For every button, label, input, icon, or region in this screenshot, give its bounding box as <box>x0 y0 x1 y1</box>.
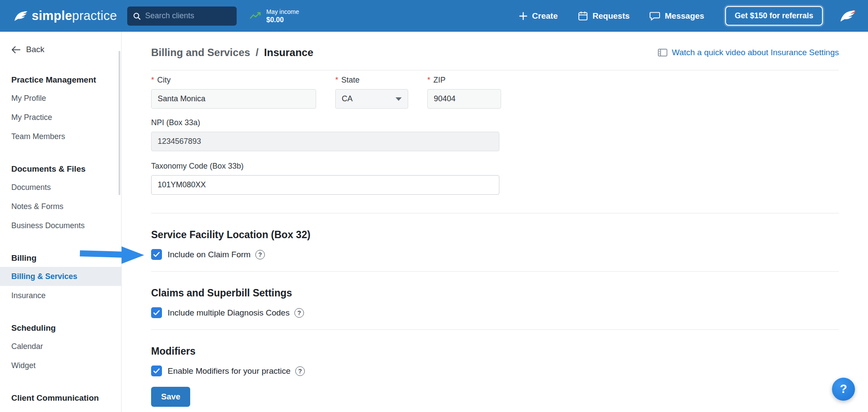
brand-name: simplepractice <box>32 9 117 23</box>
brand-simple: simple <box>32 9 72 23</box>
npi-input[interactable] <box>151 132 499 151</box>
search-input[interactable] <box>145 11 231 20</box>
bird-logo-icon <box>13 10 28 23</box>
sidebar-title-scheduling: Scheduling <box>0 319 121 337</box>
breadcrumb-parent[interactable]: Billing and Services <box>151 47 250 58</box>
state-label-text: State <box>341 76 360 85</box>
sidebar-item-widget[interactable]: Widget <box>0 356 121 375</box>
help-button[interactable]: ? <box>832 378 855 401</box>
breadcrumb: Billing and Services / Insurance <box>151 46 314 59</box>
messages-button[interactable]: Messages <box>650 11 704 21</box>
npi-label: NPI (Box 33a) <box>151 118 839 127</box>
question-mark-icon: ? <box>840 382 847 396</box>
brand-practice: practice <box>72 9 117 23</box>
breadcrumb-current: Insurance <box>264 47 313 58</box>
requests-button[interactable]: Requests <box>578 11 630 21</box>
insurance-settings-main: Billing and Services / Insurance Watch a… <box>122 32 868 412</box>
sidebar-item-notes-forms[interactable]: Notes & Forms <box>0 197 121 216</box>
referral-button[interactable]: Get $150 for referrals <box>725 6 823 26</box>
divider <box>151 70 839 70</box>
tooltip-question-icon[interactable]: ? <box>294 308 304 318</box>
required-asterisk: * <box>151 76 154 85</box>
sidebar-item-insurance[interactable]: Insurance <box>0 286 121 305</box>
tooltip-question-icon[interactable]: ? <box>255 250 265 259</box>
income-value: $0.00 <box>266 16 299 24</box>
sidebar-item-my-practice[interactable]: My Practice <box>0 108 121 127</box>
city-field: * City <box>151 76 316 109</box>
divider <box>151 329 839 330</box>
search-icon <box>133 12 141 20</box>
section-documents-files: Documents & Files Documents Notes & Form… <box>0 160 121 235</box>
city-label-text: City <box>157 76 171 85</box>
modifiers-heading: Modifiers <box>151 346 839 357</box>
section-client-communication: Client Communication <box>0 389 121 407</box>
multiple-diagnosis-checkbox[interactable] <box>151 307 162 318</box>
state-label: * State <box>335 76 408 85</box>
sidebar-item-documents[interactable]: Documents <box>0 178 121 197</box>
client-search-box[interactable] <box>127 7 237 26</box>
tooltip-question-icon[interactable]: ? <box>295 366 305 376</box>
state-select[interactable]: CA <box>335 89 408 109</box>
checkmark-icon <box>153 252 160 257</box>
referral-bird-icon[interactable] <box>838 9 856 23</box>
sidebar-title-client-communication: Client Communication <box>0 389 121 407</box>
sidebar-item-billing-services[interactable]: Billing & Services <box>0 267 121 286</box>
section-practice-management: Practice Management My Profile My Practi… <box>0 71 121 146</box>
top-nav-actions: Create Requests Messages Get $150 for re… <box>499 6 856 26</box>
income-label: May income <box>266 8 299 15</box>
sidebar-item-my-profile[interactable]: My Profile <box>0 89 121 108</box>
page-header-row: Billing and Services / Insurance Watch a… <box>151 46 839 59</box>
include-on-claim-form-checkbox[interactable] <box>151 249 162 260</box>
city-input[interactable] <box>151 89 316 109</box>
taxonomy-input[interactable] <box>151 175 499 195</box>
state-field: * State CA <box>335 76 408 109</box>
sidebar-item-calendar[interactable]: Calendar <box>0 337 121 356</box>
back-arrow-icon <box>11 46 20 53</box>
zip-label-text: ZIP <box>433 76 446 85</box>
monthly-income-widget[interactable]: May income $0.00 <box>250 8 299 24</box>
back-label: Back <box>26 45 44 54</box>
zip-label: * ZIP <box>427 76 501 85</box>
include-on-claim-form-row: Include on Claim Form ? <box>151 249 839 260</box>
checkmark-icon <box>153 310 160 316</box>
divider <box>151 213 839 213</box>
income-texts: May income $0.00 <box>266 8 299 24</box>
required-asterisk: * <box>335 76 338 85</box>
create-button[interactable]: Create <box>519 11 558 21</box>
taxonomy-field: Taxonomy Code (Box 33b) <box>151 162 839 195</box>
save-button[interactable]: Save <box>151 387 190 407</box>
chevron-down-icon <box>396 97 402 101</box>
video-icon <box>658 49 667 56</box>
checkmark-icon <box>153 368 160 374</box>
enable-modifiers-label: Enable Modifiers for your practice <box>168 366 290 376</box>
state-selected-value: CA <box>342 94 353 103</box>
enable-modifiers-row: Enable Modifiers for your practice ? <box>151 365 839 376</box>
breadcrumb-separator: / <box>256 47 259 58</box>
back-button[interactable]: Back <box>0 41 121 57</box>
claims-superbill-heading: Claims and Superbill Settings <box>151 287 839 299</box>
sidebar-scrollbar[interactable] <box>119 51 120 195</box>
include-on-claim-form-label: Include on Claim Form <box>168 250 251 259</box>
sidebar-title-practice-management: Practice Management <box>0 71 121 89</box>
section-scheduling: Scheduling Calendar Widget <box>0 319 121 375</box>
annotation-arrow-icon <box>78 242 146 267</box>
zip-input[interactable] <box>427 89 501 109</box>
required-asterisk: * <box>427 76 430 85</box>
chat-bubble-icon <box>650 11 660 21</box>
simplepractice-logo[interactable]: simplepractice <box>13 9 117 23</box>
watch-video-link[interactable]: Watch a quick video about Insurance Sett… <box>658 48 839 57</box>
enable-modifiers-checkbox[interactable] <box>151 365 162 376</box>
sidebar-title-documents-files: Documents & Files <box>0 160 121 178</box>
sidebar-item-business-documents[interactable]: Business Documents <box>0 216 121 235</box>
taxonomy-label: Taxonomy Code (Box 33b) <box>151 162 839 171</box>
settings-nav: Practice Management My Profile My Practi… <box>0 71 121 407</box>
npi-field: NPI (Box 33a) <box>151 118 839 151</box>
requests-label: Requests <box>593 11 630 21</box>
sidebar-item-team-members[interactable]: Team Members <box>0 127 121 146</box>
messages-label: Messages <box>665 11 704 21</box>
create-label: Create <box>532 11 558 21</box>
zip-field: * ZIP <box>427 76 501 109</box>
divider <box>151 271 839 272</box>
calendar-icon <box>578 11 588 21</box>
npi-label-text: NPI (Box 33a) <box>151 118 200 127</box>
